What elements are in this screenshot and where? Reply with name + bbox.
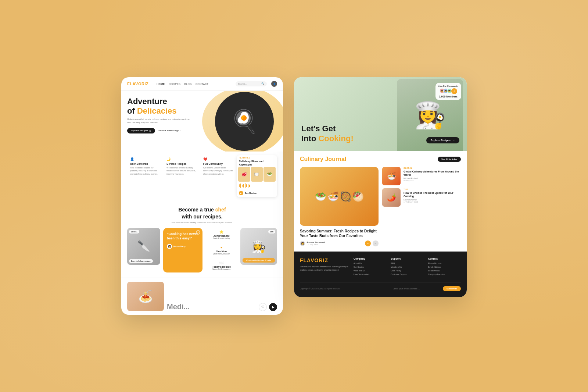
footer-grid: FLAVORIZ Join Flavoriz now and embark on… [300, 257, 461, 277]
bar-3 [242, 185, 243, 187]
footer-customer-support[interactable]: Customer Support [391, 273, 423, 275]
footer-logo: FLAVORIZ [300, 257, 349, 263]
journal-section: Culinary Journal See All Articles 🥗 🍜 🥘 … [294, 151, 467, 252]
nav-dots: ✏ → [365, 240, 379, 246]
footer-faq[interactable]: FAQ [391, 262, 423, 264]
feature-desc-0: Your feedback shapes our platform, ensur… [130, 166, 161, 175]
see-recipe-text[interactable]: See Recipe [245, 192, 257, 194]
recipe-stat: 🍽️ Today's Recipe Spaghetti Bolognese [205, 259, 237, 272]
feature-title-0: User-Centered [130, 163, 161, 165]
achievement-icon: ⭐ [208, 230, 234, 234]
hero-text: Adventure of Delicacies Unlock a world o… [127, 97, 193, 133]
navbar: FLAVORIZ HOME RECIPES BLOG CONTACT 🔍 👤 [121, 77, 283, 91]
like-button[interactable]: ♡ [259, 303, 267, 311]
nav-contact[interactable]: CONTACT [196, 83, 208, 85]
feature-community: ❤️ Fun Community We foster a vibrant foo… [200, 155, 237, 197]
footer-membership[interactable]: Membership [391, 266, 423, 268]
food-emoji-3: 🥘 [340, 191, 351, 202]
right-card: Let's Get Into Cooking! Explore Recipes … [294, 77, 467, 297]
nav-blog[interactable]: BLOG [184, 83, 192, 85]
footer-tagline: Join Flavoriz now and embark on a culina… [300, 265, 349, 272]
easy-badge: Easy to follow recipes [129, 259, 153, 263]
footer-phone[interactable]: Phone Number [428, 262, 461, 264]
explore-btn-label: Explore Recipes [131, 129, 148, 132]
side-article-date-1: 09 May 2023 [404, 179, 461, 182]
achievement-value: Cook 2 hosts today [208, 237, 234, 239]
bar-7 [248, 184, 248, 188]
quote-text: "Cooking has never been this easy!" [167, 232, 199, 241]
noodle-emoji: 🍜 [387, 172, 396, 181]
step-badge: Step #1 [129, 230, 139, 234]
search-input[interactable] [238, 83, 260, 85]
footer-brand: FLAVORIZ Join Flavoriz now and embark on… [300, 257, 349, 277]
user-avatar[interactable]: 👤 [271, 81, 277, 87]
footer-stories[interactable]: Our Stories [354, 266, 386, 268]
user-icon: 👤 [130, 157, 161, 161]
footer-support: Support FAQ Membership User Policy Custo… [391, 257, 423, 277]
see-all-button[interactable]: See All Articles [438, 157, 461, 162]
footer-location[interactable]: Company Location [428, 273, 461, 275]
community-label: Join Our Community [438, 85, 458, 87]
nav-dot-next[interactable]: → [373, 240, 379, 246]
bar-4 [243, 184, 244, 188]
article-tag-1: GLOBAL [404, 167, 461, 169]
food-circle [215, 92, 274, 151]
food-collage: 🥗 🍜 🥘 🥙 [313, 189, 366, 204]
step-card: 🔪 Step #1 Easy to follow recipes [127, 228, 160, 265]
food-emoji-4: 🥙 [352, 191, 364, 202]
moon-icon: 🌙 [166, 157, 197, 161]
main-article: 🥗 🍜 🥘 🥙 Savoring Summer: Fresh Recipes t… [300, 167, 379, 246]
footer-policy[interactable]: User Policy [391, 270, 423, 272]
mobile-btn[interactable]: Get Our Mobile App ↓ [158, 128, 181, 133]
nav-home[interactable]: HOME [157, 83, 165, 85]
footer-email[interactable]: Email Address [428, 266, 461, 268]
bottom-section: 🍝 Medi... ♡ ▶ [121, 278, 283, 315]
hero2-title: Let's Get Into Cooking! [301, 124, 354, 143]
hero2-line1: Let's Get [301, 124, 336, 133]
explore-btn[interactable]: Explore Recipes ▶ [127, 128, 155, 133]
side-article-1: 🍜 GLOBAL Global Culinary Adventures From… [382, 167, 461, 185]
author-info: 👩 Joanne Roosevelt 17 July 2023 [300, 241, 325, 246]
chef-subtitle: We are a home to variety of recipes worl… [127, 221, 277, 224]
food-emoji-1: 🥗 [315, 191, 326, 202]
hero-title: Adventure of Delicacies [127, 97, 193, 115]
footer-about[interactable]: About Us [354, 262, 386, 264]
side-article-title-2: How to Choose The Best Spices for Your C… [404, 191, 461, 198]
cook-master-badge: Cook with Master Chefs [243, 258, 275, 263]
live-stat: ● Live Now Chef Mark Johnson [205, 243, 237, 257]
refresh-icon[interactable]: ↻ [196, 230, 200, 235]
footer-contact: Contact Phone Number Email Address Socia… [428, 257, 461, 277]
hero-buttons: Explore Recipes ▶ Get Our Mobile App ↓ [127, 128, 193, 133]
footer-logo-highlight: VORIZ [311, 257, 328, 263]
arrow-right-icon: → [452, 139, 455, 142]
chef-title: Become a true chef with our recipes. [127, 206, 277, 220]
join-button[interactable]: + [451, 88, 457, 94]
food-thumb-3: 🥗 [263, 167, 276, 182]
footer-social[interactable]: Social Media [428, 270, 461, 272]
live-icon: ● [208, 246, 234, 249]
author-name-date: Joanne Roosevelt 17 July 2023 [306, 241, 325, 246]
side-articles: 🍜 GLOBAL Global Culinary Adventures From… [382, 167, 461, 207]
email-input[interactable] [393, 286, 441, 291]
hero2-text: Let's Get Into Cooking! [301, 124, 354, 143]
bar-5 [245, 183, 245, 188]
community-widget: Join Our Community 👨 👩 👦 + 1,000 Members [435, 83, 461, 100]
feature-desc-1: We celebrate diverse culinary traditions… [166, 166, 197, 175]
play-button-bottom[interactable]: ▶ [269, 303, 277, 311]
nav-recipes[interactable]: RECIPES [168, 83, 180, 85]
play-button[interactable]: ▶ [239, 191, 243, 195]
article-author-row: 👩 Joanne Roosevelt 17 July 2023 ✏ → [300, 240, 379, 246]
author-avatar: 👩 [167, 244, 172, 249]
main-article-image: 🥗 🍜 🥘 🥙 [300, 167, 379, 226]
footer-logo-text: FLA [300, 257, 311, 263]
search-bar[interactable]: 🔍 [236, 81, 267, 86]
footer-testimonials[interactable]: User Testimonials [354, 273, 386, 275]
footer-work[interactable]: Work with Us [354, 270, 386, 272]
explore-recipes-btn[interactable]: Explore Recipes → [426, 137, 459, 143]
hero-section: Adventure of Delicacies Unlock a world o… [121, 91, 283, 152]
subscribe-button[interactable]: Subscribe [443, 286, 461, 291]
food-emoji-2: 🍜 [327, 191, 339, 202]
side-article-2: 🌶️ TIPS How to Choose The Best Spices fo… [382, 188, 461, 207]
nav-dot-prev[interactable]: ✏ [365, 240, 371, 246]
support-col-title: Support [391, 257, 423, 260]
